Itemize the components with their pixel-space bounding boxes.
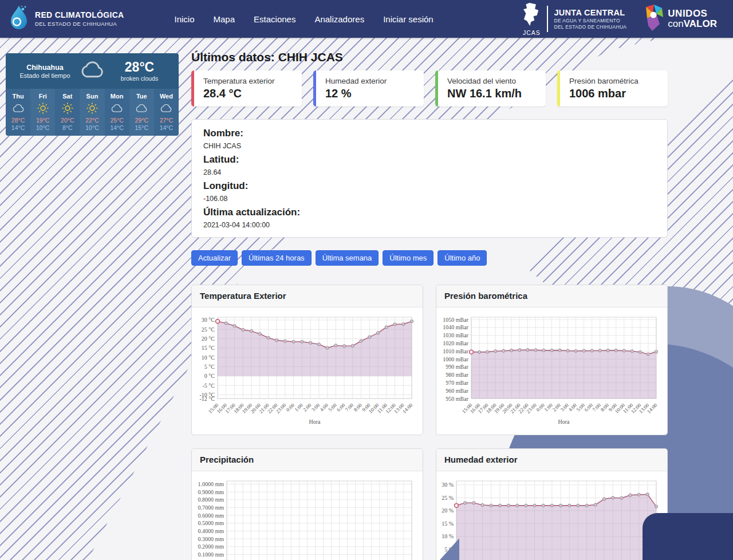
- chart-title: Humedad exterior: [444, 455, 518, 464]
- chart-panel-precipitacion: Precipitación 1.0000 mm0.9000 mm0.8000 m…: [191, 448, 423, 560]
- weather-condition: broken clouds: [106, 75, 173, 82]
- cloud-icon: [129, 101, 154, 115]
- svg-text:970 mBar: 970 mBar: [446, 380, 468, 386]
- svg-text:30 %: 30 %: [442, 482, 454, 488]
- nav-link-iniciar-sesion[interactable]: Iniciar sesión: [383, 14, 434, 24]
- ultimas-24-horas-button[interactable]: Últimas 24 horas: [242, 250, 312, 266]
- station-latitud-label: Latitud:: [203, 154, 656, 165]
- jcas-logo: JCAS JUNTA CENTRAL DE AGUA Y SANEAMIENTO…: [522, 2, 626, 36]
- water-drop-icon: [9, 4, 30, 34]
- unidos-con-valor-logo: UNIDOS conVALOR: [643, 4, 717, 34]
- card-velocidad-viento: Velocidad del viento NW 16.1 km/h: [435, 70, 546, 107]
- stat-cards: Temperatura exterior 28.4 °C Humedad ext…: [191, 70, 668, 107]
- svg-text:15 °C: 15 °C: [202, 345, 215, 351]
- station-nombre-value: CHIH JCAS: [203, 142, 656, 150]
- svg-text:1010 mBar: 1010 mBar: [443, 348, 468, 354]
- nav-link-analizadores[interactable]: Analizadores: [314, 14, 364, 24]
- main-content: Últimos datos: CHIH JCAS Temperatura ext…: [191, 50, 668, 560]
- precipitacion-chart[interactable]: 1.0000 mm0.9000 mm0.8000 mm0.7000 mm0.60…: [192, 471, 423, 560]
- svg-text:5 %: 5 %: [444, 546, 454, 553]
- svg-text:5 °C: 5 °C: [204, 364, 215, 370]
- ultimo-ano-button[interactable]: Último año: [438, 250, 487, 266]
- ultima-semana-button[interactable]: Última semana: [316, 250, 379, 266]
- chart-title: Precipitación: [200, 455, 254, 464]
- presion-chart[interactable]: 1050 mBar1040 mBar1030 mBar1020 mBar1010…: [436, 307, 667, 433]
- forecast-day: Sun 22°C 10°C: [80, 89, 104, 136]
- jcas-divider: [547, 6, 548, 32]
- station-actualizacion-value: 2021-03-04 14:00:00: [203, 221, 656, 229]
- jcas-line3: DEL ESTADO DE CHIHUAHUA: [554, 24, 626, 30]
- nav-logos: JCAS JUNTA CENTRAL DE AGUA Y SANEAMIENTO…: [522, 2, 717, 36]
- forecast-day: Wed 27°C 14°C: [154, 89, 179, 136]
- chart-panel-presion: Presión barométrica 1050 mBar1040 mBar10…: [436, 285, 668, 435]
- unidos-line1: UNIDOS: [668, 9, 717, 19]
- brand-subtitle: DEL ESTADO DE CHIHUAHUA: [35, 21, 124, 27]
- unidos-con: con: [668, 18, 683, 29]
- svg-text:Hora: Hora: [309, 419, 321, 425]
- svg-text:0.2000 mm: 0.2000 mm: [198, 543, 224, 550]
- station-nombre-label: Nombre:: [203, 128, 656, 139]
- svg-text:10 °C: 10 °C: [202, 354, 215, 361]
- svg-text:0.8000 mm: 0.8000 mm: [198, 496, 224, 503]
- svg-text:990 mBar: 990 mBar: [446, 364, 468, 370]
- sun-icon: [80, 101, 104, 115]
- chihuahua-state-icon: [522, 2, 541, 29]
- svg-text:30 °C: 30 °C: [202, 317, 215, 323]
- station-actualizacion-label: Última actualización:: [203, 207, 656, 218]
- forecast-row: Thu 28°C 14°C Fri 19°C 10°C Sat 20°C 8°C…: [6, 89, 179, 136]
- weather-current: Chihuahua Estado del tiempo 28°C broken …: [6, 53, 179, 89]
- nav-link-estaciones[interactable]: Estaciones: [254, 14, 295, 24]
- svg-text:Hora: Hora: [558, 419, 570, 425]
- svg-text:0.5000 mm: 0.5000 mm: [198, 520, 224, 526]
- svg-text:980 mBar: 980 mBar: [446, 372, 468, 378]
- jcas-line2: DE AGUA Y SANEAMIENTO: [554, 18, 626, 23]
- cloud-icon: [6, 101, 30, 115]
- chart-panel-humedad: Humedad exterior 30 %25 %20 %15 %10 %5 %…: [436, 448, 668, 560]
- svg-text:20 °C: 20 °C: [202, 336, 215, 342]
- forecast-day: Tue 29°C 15°C: [129, 89, 154, 136]
- sun-icon: [55, 101, 80, 115]
- svg-text:1020 mBar: 1020 mBar: [443, 340, 468, 346]
- card-temperatura-exterior: Temperatura exterior 28.4 °C: [191, 70, 302, 107]
- svg-text:25 °C: 25 °C: [202, 326, 215, 333]
- unidos-state-icon: [643, 4, 664, 34]
- weather-widget: Chihuahua Estado del tiempo 28°C broken …: [6, 53, 179, 136]
- svg-text:14:00: 14:00: [401, 402, 414, 415]
- jcas-acronym: JCAS: [523, 29, 541, 36]
- station-info-panel: Nombre: CHIH JCAS Latitud: 28.64 Longitu…: [191, 119, 668, 238]
- svg-text:15 %: 15 %: [442, 520, 454, 527]
- svg-text:950 mBar: 950 mBar: [446, 396, 468, 402]
- svg-text:0.4000 mm: 0.4000 mm: [198, 528, 224, 534]
- weather-caption: Estado del tiempo: [11, 72, 78, 79]
- unidos-valor: VALOR: [684, 18, 717, 29]
- page-title: Últimos datos: CHIH JCAS: [191, 50, 668, 64]
- svg-text:0 °C: 0 °C: [204, 373, 215, 379]
- svg-text:0.1000 mm: 0.1000 mm: [198, 551, 224, 558]
- nav-link-mapa[interactable]: Mapa: [214, 14, 235, 24]
- forecast-day: Mon 25°C 14°C: [105, 89, 129, 136]
- svg-text:1050 mBar: 1050 mBar: [443, 317, 468, 323]
- cloud-icon: [78, 61, 106, 82]
- forecast-day: Thu 28°C 14°C: [6, 89, 30, 136]
- forecast-day: Fri 19°C 10°C: [30, 89, 55, 136]
- ultimo-mes-button[interactable]: Último mes: [383, 250, 434, 266]
- top-navbar: RED CLIMATOLÓGICA DEL ESTADO DE CHIHUAHU…: [0, 0, 733, 38]
- forecast-day: Sat 20°C 8°C: [55, 89, 80, 136]
- nav-links: Inicio Mapa Estaciones Analizadores Inic…: [174, 14, 433, 24]
- svg-text:20 %: 20 %: [442, 507, 454, 514]
- actualizar-button[interactable]: Actualizar: [191, 250, 238, 266]
- cloud-icon: [154, 101, 179, 115]
- range-buttons: Actualizar Últimas 24 horas Última seman…: [191, 250, 668, 266]
- humedad-chart[interactable]: 30 %25 %20 %15 %10 %5 %0 %15:0016:0017:0…: [436, 471, 667, 560]
- svg-text:960 mBar: 960 mBar: [446, 388, 468, 394]
- brand-title: RED CLIMATOLÓGICA: [35, 11, 124, 19]
- jcas-line1: JUNTA CENTRAL: [554, 8, 626, 17]
- station-longitud-value: -106.08: [203, 195, 656, 203]
- svg-text:-12 °C: -12 °C: [200, 396, 215, 402]
- weather-temp: 28°C: [106, 61, 173, 74]
- temperatura-chart[interactable]: 30 °C25 °C20 °C15 °C10 °C5 °C0 °C-5 °C-1…: [192, 307, 423, 433]
- svg-text:0.3000 mm: 0.3000 mm: [198, 536, 224, 542]
- brand-logo[interactable]: RED CLIMATOLÓGICA DEL ESTADO DE CHIHUAHU…: [9, 4, 124, 34]
- svg-text:1.0000 mm: 1.0000 mm: [198, 481, 224, 487]
- nav-link-inicio[interactable]: Inicio: [174, 14, 194, 24]
